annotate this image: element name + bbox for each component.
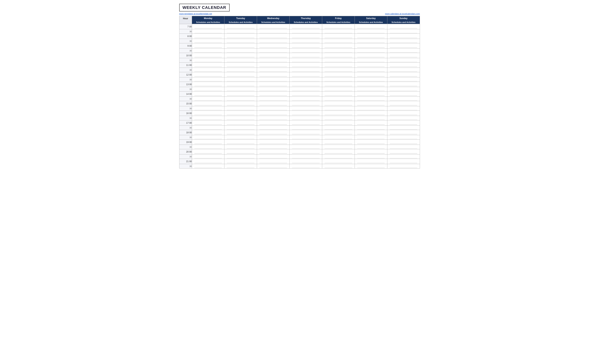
schedule-cell-half[interactable]	[355, 106, 387, 111]
schedule-cell-half[interactable]	[322, 164, 355, 169]
schedule-cell[interactable]	[257, 43, 290, 48]
schedule-cell[interactable]	[192, 24, 224, 29]
schedule-cell-half[interactable]	[290, 145, 322, 149]
schedule-cell[interactable]	[192, 43, 224, 48]
schedule-cell[interactable]	[192, 91, 224, 97]
schedule-cell[interactable]	[192, 101, 224, 106]
schedule-cell[interactable]	[192, 120, 224, 125]
schedule-cell[interactable]	[290, 24, 322, 29]
schedule-cell[interactable]	[355, 130, 387, 135]
schedule-cell[interactable]	[322, 62, 355, 68]
schedule-cell[interactable]	[387, 43, 420, 48]
schedule-cell[interactable]	[387, 159, 420, 164]
schedule-cell-half[interactable]	[192, 135, 224, 140]
schedule-cell[interactable]	[224, 24, 257, 29]
schedule-cell[interactable]	[387, 111, 420, 116]
schedule-cell-half[interactable]	[322, 154, 355, 159]
schedule-cell-half[interactable]	[290, 58, 322, 62]
schedule-cell-half[interactable]	[224, 39, 257, 43]
schedule-cell[interactable]	[387, 149, 420, 154]
schedule-cell[interactable]	[257, 34, 290, 39]
schedule-cell-half[interactable]	[224, 145, 257, 149]
schedule-cell-half[interactable]	[290, 116, 322, 120]
schedule-cell[interactable]	[192, 140, 224, 145]
schedule-cell[interactable]	[224, 91, 257, 97]
schedule-cell-half[interactable]	[355, 87, 387, 91]
schedule-cell-half[interactable]	[224, 68, 257, 72]
schedule-cell-half[interactable]	[257, 77, 290, 82]
schedule-cell-half[interactable]	[192, 48, 224, 53]
schedule-cell[interactable]	[290, 72, 322, 77]
schedule-cell[interactable]	[322, 149, 355, 154]
schedule-cell-half[interactable]	[355, 58, 387, 62]
schedule-cell[interactable]	[387, 53, 420, 58]
schedule-cell-half[interactable]	[257, 116, 290, 120]
schedule-cell[interactable]	[290, 130, 322, 135]
schedule-cell[interactable]	[322, 34, 355, 39]
schedule-cell-half[interactable]	[355, 68, 387, 72]
schedule-cell[interactable]	[192, 159, 224, 164]
schedule-cell[interactable]	[290, 91, 322, 97]
schedule-cell[interactable]	[224, 130, 257, 135]
schedule-cell-half[interactable]	[322, 48, 355, 53]
schedule-cell[interactable]	[224, 149, 257, 154]
schedule-cell-half[interactable]	[322, 116, 355, 120]
schedule-cell[interactable]	[192, 53, 224, 58]
schedule-cell[interactable]	[355, 149, 387, 154]
schedule-cell-half[interactable]	[387, 125, 420, 130]
schedule-cell[interactable]	[355, 159, 387, 164]
schedule-cell[interactable]	[224, 82, 257, 87]
schedule-cell-half[interactable]	[224, 154, 257, 159]
schedule-cell[interactable]	[322, 82, 355, 87]
schedule-cell[interactable]	[322, 43, 355, 48]
schedule-cell[interactable]	[387, 34, 420, 39]
schedule-cell[interactable]	[387, 130, 420, 135]
schedule-cell[interactable]	[322, 91, 355, 97]
schedule-cell-half[interactable]	[387, 116, 420, 120]
schedule-cell[interactable]	[224, 159, 257, 164]
schedule-cell-half[interactable]	[322, 106, 355, 111]
schedule-cell[interactable]	[257, 72, 290, 77]
schedule-cell-half[interactable]	[387, 39, 420, 43]
schedule-cell-half[interactable]	[192, 154, 224, 159]
schedule-cell[interactable]	[257, 24, 290, 29]
schedule-cell[interactable]	[322, 130, 355, 135]
schedule-cell-half[interactable]	[355, 48, 387, 53]
schedule-cell-half[interactable]	[257, 164, 290, 169]
schedule-cell[interactable]	[355, 82, 387, 87]
schedule-cell-half[interactable]	[355, 97, 387, 101]
schedule-cell-half[interactable]	[192, 87, 224, 91]
schedule-cell-half[interactable]	[290, 164, 322, 169]
schedule-cell[interactable]	[322, 120, 355, 125]
schedule-cell-half[interactable]	[322, 39, 355, 43]
schedule-cell-half[interactable]	[322, 87, 355, 91]
schedule-cell[interactable]	[192, 130, 224, 135]
schedule-cell-half[interactable]	[224, 125, 257, 130]
schedule-cell[interactable]	[192, 111, 224, 116]
schedule-cell-half[interactable]	[322, 97, 355, 101]
schedule-cell[interactable]	[257, 120, 290, 125]
schedule-cell[interactable]	[224, 62, 257, 68]
schedule-cell-half[interactable]	[387, 58, 420, 62]
schedule-cell[interactable]	[224, 101, 257, 106]
schedule-cell-half[interactable]	[387, 87, 420, 91]
schedule-cell-half[interactable]	[290, 106, 322, 111]
schedule-cell-half[interactable]	[387, 77, 420, 82]
schedule-cell[interactable]	[192, 82, 224, 87]
schedule-cell-half[interactable]	[257, 48, 290, 53]
schedule-cell[interactable]	[257, 130, 290, 135]
schedule-cell-half[interactable]	[322, 29, 355, 34]
schedule-cell-half[interactable]	[290, 87, 322, 91]
schedule-cell-half[interactable]	[257, 154, 290, 159]
schedule-cell-half[interactable]	[387, 106, 420, 111]
schedule-cell-half[interactable]	[387, 145, 420, 149]
link-left[interactable]: more templates at exceltemplate.net	[179, 13, 212, 15]
schedule-cell[interactable]	[387, 91, 420, 97]
schedule-cell-half[interactable]	[192, 145, 224, 149]
schedule-cell[interactable]	[257, 101, 290, 106]
schedule-cell-half[interactable]	[224, 77, 257, 82]
schedule-cell[interactable]	[290, 140, 322, 145]
schedule-cell[interactable]	[387, 24, 420, 29]
schedule-cell[interactable]	[290, 111, 322, 116]
schedule-cell-half[interactable]	[355, 39, 387, 43]
